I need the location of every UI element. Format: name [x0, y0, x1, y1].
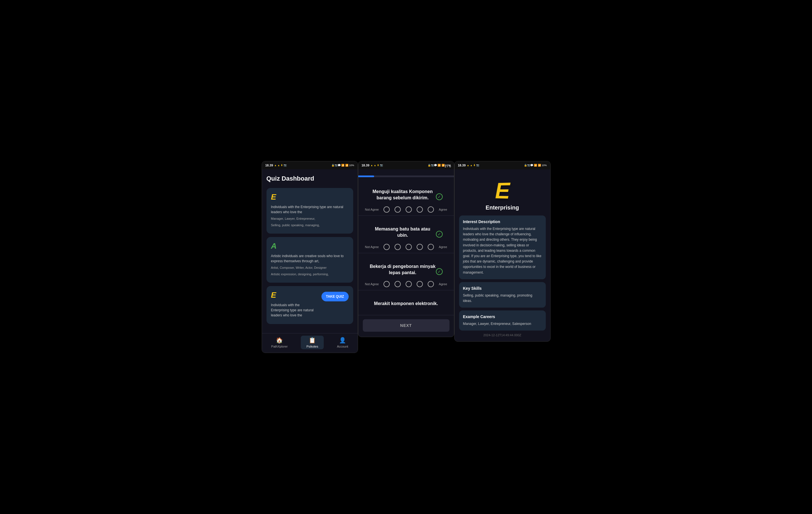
- question-row-2: Bekerja di pengeboran minyak lepas panta…: [364, 259, 448, 281]
- progress-row: 1 / 6: [358, 169, 454, 178]
- radio-row-2: Not Agree Agree: [364, 281, 448, 287]
- not-agree-label-1: Not Agree: [365, 245, 379, 249]
- status-right-1: 🔒📷💬 📶 📶 10%: [331, 164, 354, 167]
- account-icon: 👤: [339, 337, 346, 344]
- status-right-3: 🔒📷💬 📶 📶 10%: [524, 164, 547, 167]
- radio-1-3[interactable]: [406, 244, 412, 250]
- radio-2-1[interactable]: [383, 281, 390, 287]
- card-2-inner: E Individuals with the Enterprising type…: [271, 291, 349, 320]
- psikotes-icon: 📋: [309, 337, 316, 344]
- quiz-card-2: E Individuals with the Enterprising type…: [266, 286, 353, 324]
- progress-bar-fill: [358, 175, 374, 177]
- card-0-skills: Selling, public speaking, managing,: [271, 223, 349, 228]
- status-time-1: 18.39 ▲ ▲ ⬇ 📷: [265, 164, 287, 167]
- question-text-2: Bekerja di pengeboran minyak lepas panta…: [370, 263, 436, 276]
- radio-0-2[interactable]: [395, 207, 401, 213]
- radio-row-0: Not Agree Agree: [364, 207, 448, 213]
- agree-label-0: Agree: [439, 208, 447, 211]
- card-2-left: E Individuals with the Enterprising type…: [271, 291, 319, 320]
- interest-description-title: Interest Description: [463, 219, 542, 224]
- nav-psikotes[interactable]: 📋 Psikotes: [301, 336, 324, 349]
- nav-psikotes-label: Psikotes: [307, 345, 318, 348]
- status-bar-1: 18.39 ▲ ▲ ⬇ 📷 🔒📷💬 📶 📶 10%: [262, 161, 358, 169]
- question-check-0: ✓: [436, 193, 443, 200]
- nav-account-label: Account: [337, 345, 348, 348]
- screen3-content: E Enterprising Interest Description Indi…: [455, 169, 550, 341]
- question-text-1: Memasang batu bata atau ubin.: [370, 226, 436, 239]
- question-text-0: Menguji kualitas Komponen barang sebelum…: [370, 189, 436, 201]
- card-1-desc: Artistic individuals are creative souls …: [271, 253, 349, 264]
- key-skills-text: Selling, public speaking, managing, prom…: [463, 293, 542, 304]
- example-careers-title: Example Careers: [463, 315, 542, 319]
- timestamp: 2024-12-12T14:49:44.000Z: [459, 333, 546, 337]
- quiz-card-0: E Individuals with the Enterprising type…: [266, 188, 353, 234]
- bottom-nav-1: 🏠 PathXplorer 📋 Psikotes 👤 Account: [262, 333, 358, 353]
- radio-1-2[interactable]: [395, 244, 401, 250]
- card-1-careers: Artist, Composer, Writer, Actor, Designe…: [271, 265, 349, 270]
- quiz-dashboard-title: Quiz Dashboard: [266, 175, 353, 182]
- card-0-careers: Manager, Lawyer, Entrepreneur,: [271, 216, 349, 221]
- question-text-3: Merakit komponen elektronik.: [370, 300, 443, 307]
- card-1-skills: Artistic expression, designing, performi…: [271, 272, 349, 277]
- nav-account[interactable]: 👤 Account: [331, 336, 354, 349]
- radio-0-3[interactable]: [406, 207, 412, 213]
- card-0-icon: E: [271, 192, 349, 201]
- home-icon: 🏠: [276, 337, 283, 344]
- card-2-desc: Individuals with the Enterprising type a…: [271, 302, 319, 318]
- radio-row-1: Not Agree Agree: [364, 244, 448, 250]
- card-2-icon: E: [271, 291, 319, 300]
- interest-description-text: Individuals with the Enterprising type a…: [463, 226, 542, 275]
- progress-label: 1 / 6: [444, 164, 451, 168]
- status-bar-3: 18.39 ▲ ▲ ⬇ 📷 🔒📷💬 📶 📶 10%: [455, 161, 550, 169]
- example-careers-card: Example Careers Manager, Lawyer, Entrepr…: [459, 310, 546, 330]
- question-block-3: Merakit komponen elektronik.: [358, 290, 454, 315]
- progress-bar-container: [358, 175, 454, 177]
- interest-description-card: Interest Description Individuals with th…: [459, 215, 546, 279]
- screens-container: 18.39 ▲ ▲ ⬇ 📷 🔒📷💬 📶 📶 10% Quiz Dashboard…: [262, 161, 551, 353]
- card-1-icon: A: [271, 242, 349, 251]
- radio-2-5[interactable]: [428, 281, 434, 287]
- status-time-3: 18.39 ▲ ▲ ⬇ 📷: [458, 164, 480, 167]
- radio-0-5[interactable]: [428, 207, 434, 213]
- not-agree-label-0: Not Agree: [365, 208, 379, 211]
- type-header: E Enterprising: [459, 174, 546, 215]
- radio-2-2[interactable]: [395, 281, 401, 287]
- question-check-2: ✓: [436, 268, 443, 275]
- radio-0-1[interactable]: [383, 207, 390, 213]
- screen1-content: Quiz Dashboard E Individuals with the En…: [262, 169, 358, 333]
- nav-pathxplorer-label: PathXplorer: [271, 345, 288, 348]
- radio-0-4[interactable]: [416, 207, 423, 213]
- question-block-0: Menguji kualitas Komponen barang sebelum…: [358, 178, 454, 216]
- radio-2-4[interactable]: [416, 281, 423, 287]
- status-bar-2: 18.39 ▲ ▲ ⬇ 📷 🔒📷💬 📶 📶 10%: [358, 161, 454, 169]
- enterprising-icon: E: [495, 179, 510, 202]
- screen2-phone: 18.39 ▲ ▲ ⬇ 📷 🔒📷💬 📶 📶 10% 1 / 6 Menguji …: [358, 161, 454, 337]
- example-careers-text: Manager, Lawyer, Entrepreneur, Salespers…: [463, 321, 542, 327]
- not-agree-label-2: Not Agree: [365, 282, 379, 286]
- status-time-2: 18.39 ▲ ▲ ⬇ 📷: [362, 164, 383, 167]
- agree-label-2: Agree: [439, 282, 447, 286]
- radio-1-4[interactable]: [416, 244, 423, 250]
- question-row-0: Menguji kualitas Komponen barang sebelum…: [364, 184, 448, 207]
- screen2-content: Menguji kualitas Komponen barang sebelum…: [358, 178, 454, 337]
- quiz-card-1: A Artistic individuals are creative soul…: [266, 237, 353, 283]
- radio-2-3[interactable]: [406, 281, 412, 287]
- radio-1-5[interactable]: [428, 244, 434, 250]
- question-row-3: Merakit komponen elektronik.: [364, 296, 448, 312]
- key-skills-card: Key Skills Selling, public speaking, man…: [459, 282, 546, 307]
- radio-1-1[interactable]: [383, 244, 390, 250]
- screen3-phone: 18.39 ▲ ▲ ⬇ 📷 🔒📷💬 📶 📶 10% E Enterprising…: [454, 161, 551, 342]
- type-name: Enterprising: [486, 205, 519, 211]
- screen1-phone: 18.39 ▲ ▲ ⬇ 📷 🔒📷💬 📶 📶 10% Quiz Dashboard…: [262, 161, 358, 353]
- question-row-1: Memasang batu bata atau ubin. ✓: [364, 221, 448, 244]
- nav-pathxplorer[interactable]: 🏠 PathXplorer: [266, 336, 293, 349]
- next-button[interactable]: NEXT: [363, 319, 450, 332]
- agree-label-1: Agree: [439, 245, 447, 249]
- question-block-2: Bekerja di pengeboran minyak lepas panta…: [358, 253, 454, 291]
- key-skills-title: Key Skills: [463, 286, 542, 291]
- card-0-desc: Individuals with the Enterprising type a…: [271, 205, 349, 215]
- question-check-1: ✓: [436, 231, 443, 238]
- question-block-1: Memasang batu bata atau ubin. ✓ Not Agre…: [358, 216, 454, 253]
- take-quiz-button[interactable]: TAKE QUIZ: [321, 292, 349, 301]
